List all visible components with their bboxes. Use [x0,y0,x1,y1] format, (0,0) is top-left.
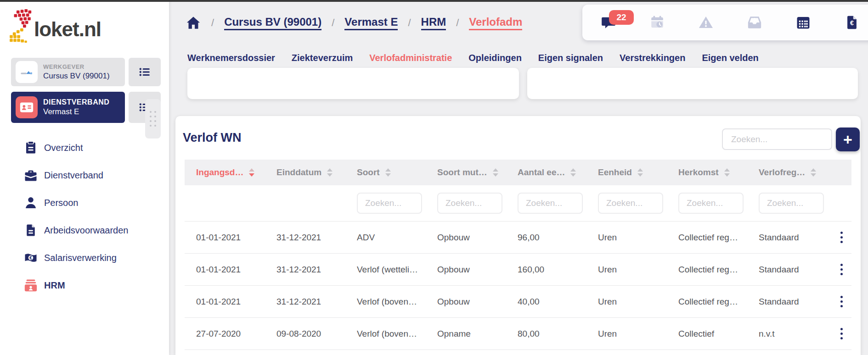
notification-count-badge: 22 [609,10,634,25]
column-header-einddatum[interactable]: Einddatum [276,167,357,178]
werkgever-menu-button[interactable] [129,58,161,86]
sidebar-item-hrm[interactable]: HRM [0,272,169,299]
filter-input-eenheid[interactable] [598,193,663,214]
loket-logo-mark-icon [8,9,36,45]
row-actions-button[interactable] [832,293,851,311]
column-header-aantal-eenheden[interactable]: Aantal ee… [518,167,598,178]
breadcrumb-separator: / [456,17,459,29]
table-row: 01-01-2021 31-12-2021 Verlof (boven… Opb… [185,285,851,317]
breadcrumb-separator: / [408,17,411,29]
sidebar-item-persoon[interactable]: Persoon [0,189,169,216]
tab-ziekteverzuim[interactable]: Ziekteverzuim [292,53,353,63]
sidebar-item-arbeidsvoorwaarden[interactable]: Arbeidsvoorwaarden [0,216,169,244]
logo-text: loket.nl [34,18,101,41]
werkgever-label: WERKGEVER [43,63,110,71]
cell-soort-mutatie: Opbouw [437,297,518,307]
filter-input-herkomst[interactable] [678,193,744,214]
column-header-soort-mutatie[interactable]: Soort mut… [437,167,518,178]
banknote-euro-icon: € [24,251,38,265]
row-actions-button[interactable] [832,325,851,343]
svg-text:€: € [850,19,854,27]
sort-arrows-icon [385,168,391,177]
column-header-eenheid[interactable]: Eenheid [598,167,678,178]
cell-ingangsdatum: 27-07-2020 [196,329,276,339]
sort-arrows-icon [724,168,730,177]
inbox-add-button[interactable] [747,15,762,30]
sidebar-item-overzicht[interactable]: Overzicht [0,134,169,161]
sidebar-resize-handle[interactable] [145,99,161,139]
dienstverband-tile [16,96,38,118]
row-actions-button[interactable] [832,228,851,247]
column-label: Aantal ee… [518,167,565,178]
column-header-soort[interactable]: Soort [357,167,437,178]
quick-actions-panel: 22 [582,5,868,40]
column-label: Herkomst [678,167,719,178]
calendar-clock-icon [649,15,665,30]
cell-einddatum: 31-12-2021 [276,265,357,275]
tab-verlofadministratie[interactable]: Verlofadministratie [369,53,452,63]
cell-herkomst: Collectief [678,329,759,339]
sidebar: loket.nl WERKGEVER Cursus BV (99001) [0,0,169,355]
dienstverband-name: Vermast E [43,107,109,116]
id-card-icon [19,100,34,115]
cell-ingangsdatum: 01-01-2021 [196,297,276,307]
breadcrumb-werkgever[interactable]: Cursus BV (99001) [224,16,321,30]
alerts-button[interactable] [698,15,714,30]
salary-document-button[interactable]: € [844,15,860,30]
svg-text:€: € [29,255,32,261]
breadcrumb-verlofadministratie[interactable]: Verlofadm [469,16,522,30]
sidebar-item-dienstverband[interactable]: Dienstverband [0,161,169,189]
dienstverband-card[interactable]: DIENSTVERBAND Vermast E [11,92,125,123]
cell-eenheid: Uren [598,233,678,243]
breadcrumb-separator: / [211,17,214,29]
cell-verlofregeling: Standaard [759,233,832,243]
werkgever-card[interactable]: WERKGEVER Cursus BV (99001) [11,58,125,86]
cell-eenheid: Uren [598,265,678,275]
sidebar-item-salarisverwerking[interactable]: € Salarisverwerking [0,244,169,272]
werkgever-mini-logo-icon [19,64,34,80]
cell-verlofregeling: Standaard [759,265,832,275]
add-verlof-button[interactable]: + [836,128,860,151]
partial-card-left [187,68,519,99]
filter-input-soort-mutatie[interactable] [437,193,502,214]
notifications-button[interactable]: 22 [601,15,616,30]
calendar-overview-button[interactable] [795,15,811,30]
column-label: Verlofreg… [759,167,805,178]
column-label: Ingangsd… [196,167,243,178]
cell-einddatum: 31-12-2021 [276,233,357,243]
breadcrumb-hrm[interactable]: HRM [421,16,446,30]
cell-einddatum: 09-08-2020 [276,329,357,339]
home-icon[interactable] [186,15,201,31]
list-icon [139,66,151,78]
column-label: Soort mut… [437,167,487,178]
breadcrumb-werknemer[interactable]: Vermast E [344,16,398,30]
cell-eenheid: Uren [598,297,678,307]
tab-opleidingen[interactable]: Opleidingen [468,53,522,63]
sidebar-menu: Overzicht Dienstverband Persoon Arbeid [0,134,169,299]
cell-aantal-eenheden: 160,00 [518,265,598,275]
werkgever-name: Cursus BV (99001) [43,71,110,81]
tab-eigen-signalen[interactable]: Eigen signalen [538,53,603,63]
filter-input-verlofregeling[interactable] [759,193,824,214]
table-search-input[interactable] [723,134,844,144]
tab-werknemersdossier[interactable]: Werknemersdossier [187,53,275,63]
tab-eigen-velden[interactable]: Eigen velden [702,53,758,63]
card-title: Verlof WN [183,131,242,145]
loket-logo: loket.nl [8,9,101,45]
column-header-herkomst[interactable]: Herkomst [678,167,759,178]
sort-arrows-icon [493,168,498,177]
tab-verstrekkingen[interactable]: Verstrekkingen [620,53,685,63]
document-icon [24,223,38,237]
column-header-ingangsdatum[interactable]: Ingangsd… [196,167,276,178]
sidebar-item-label: Arbeidsvoorwaarden [44,225,128,236]
filter-input-soort[interactable] [357,193,422,214]
column-header-verlofregeling[interactable]: Verlofreg… [759,167,832,178]
cell-aantal-eenheden: 96,00 [518,233,598,243]
row-actions-button[interactable] [832,261,851,279]
sort-arrows-icon [327,168,333,177]
filter-input-aantal-eenheden[interactable] [518,193,583,214]
calendar-clock-button[interactable] [649,15,665,30]
verlof-table: Ingangsd… Einddatum Soort Soort mut… Aan… [185,160,851,355]
cell-herkomst: Collectief reg… [678,297,759,307]
cell-eenheid: Uren [598,329,678,339]
